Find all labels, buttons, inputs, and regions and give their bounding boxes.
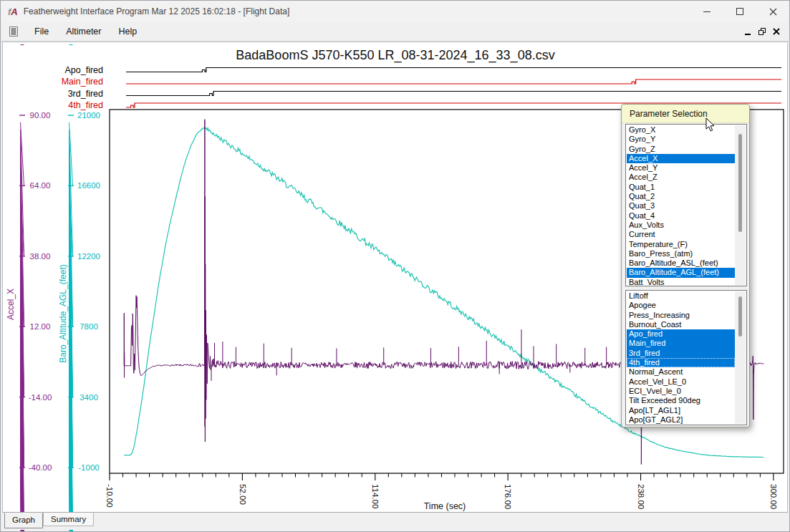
event-item-apo-lt-agl1-[interactable]: Apo[LT_AGL1] [627,406,735,415]
altitude-axis-title: Baro_Altitude_AGL_(feet) [58,264,68,362]
x-axis-tick-label: 238.00 [637,484,645,509]
trace-label-apo_fired: Apo_fired [64,65,103,75]
accel-axis-title: Accel_X [6,289,16,320]
menu-help[interactable]: Help [112,24,143,39]
tab-graph[interactable]: Graph [4,513,43,528]
y-axis-tick-label: -1000 [78,463,99,472]
param-item-baro-press-atm-[interactable]: Baro_Press_(atm) [627,249,735,258]
y-axis-tick-label: 16600 [77,181,100,190]
param-item-quat-2[interactable]: Quat_2 [627,192,735,201]
mdi-minimize-icon [745,34,751,35]
x-axis-tick-label: 114.00 [371,484,380,508]
param-item-aux-volts[interactable]: Aux_Volts [627,221,735,230]
time-axis-title: Time (sec) [424,501,466,511]
event-item-apo-gt-agl2-[interactable]: Apo[GT_AGL2] [627,415,735,425]
param-item-gyro-x[interactable]: Gyro_X [627,125,735,135]
parameter-list-scrollbar[interactable] [735,125,746,285]
x-axis-tick-label: 176.00 [504,484,512,509]
param-item-quat-3[interactable]: Quat_3 [627,201,735,211]
y-axis-tick-label: 90.00 [30,111,51,120]
event-item-apo-fired[interactable]: Apo_fired [627,329,735,339]
maximize-button[interactable] [723,1,756,22]
app-logo-icon: fA [8,6,18,17]
trace-label-4th_fired: 4th_fired [68,100,103,110]
y-axis-tick-label: 7800 [80,322,98,331]
param-item-gyro-z[interactable]: Gyro_Z [627,145,735,154]
window-title: Featherweight Interface Program Mar 12 2… [24,6,290,16]
parameter-selection-popup: Parameter Selection Gyro_XGyro_YGyro_ZAc… [621,104,750,427]
digital-trace-3rd_fired [126,92,781,96]
param-item-gyro-y[interactable]: Gyro_Y [627,135,735,144]
x-axis-tick-label: 300.00 [769,484,778,509]
bottom-tab-strip: Graph Summary [2,512,788,530]
digital-trace-apo_fired [126,68,781,72]
event-listbox: LiftoffApogeePress_IncreasingBurnout_Coa… [625,290,747,425]
y-axis-tick-label: -40.00 [29,463,52,472]
document-grid-icon [8,26,19,37]
mdi-close-button[interactable] [769,25,784,38]
param-item-quat-4[interactable]: Quat_4 [627,211,735,221]
event-item-press-increasing[interactable]: Press_Increasing [627,311,735,320]
param-item-current[interactable]: Current [627,230,735,239]
y-axis-tick-label: 38.00 [30,252,51,261]
param-item-temperature-f-[interactable]: Temperature_(F) [627,240,735,249]
mouse-cursor-icon [705,117,716,132]
title-bar: fA Featherweight Interface Program Mar 1… [1,1,789,22]
event-item-apogee[interactable]: Apogee [627,301,735,310]
menu-altimeter[interactable]: Altimeter [59,24,107,39]
mdi-minimize-button[interactable] [741,25,755,38]
minimize-button[interactable] [690,1,723,22]
popup-header[interactable]: Parameter Selection [622,105,749,123]
close-button[interactable] [756,1,789,22]
param-item-baro-altitude-agl-feet-[interactable]: Baro_Altitude_AGL_(feet) [627,268,735,277]
event-item-eci-vvel-le-0[interactable]: ECI_Vvel_le_0 [627,387,735,396]
param-item-accel-y[interactable]: Accel_Y [627,163,735,173]
x-axis-tick-label: -10.00 [105,484,114,508]
x-axis-tick-label: 52.00 [239,484,247,505]
parameter-listbox: Gyro_XGyro_YGyro_ZAccel_XAccel_YAccel_ZQ… [625,124,747,286]
event-item-tilt-exceeded-90deg[interactable]: Tilt Exceeded 90deg [627,396,735,405]
tab-summary[interactable]: Summary [43,513,94,526]
event-list-scrollbar[interactable] [735,291,746,424]
digital-trace-main_fired [126,79,781,84]
param-item-batt-volts[interactable]: Batt_Volts [627,278,735,286]
event-item-liftoff[interactable]: Liftoff [627,291,735,301]
menu-bar: File Altimeter Help [1,22,789,42]
event-item-4th-fired[interactable]: 4th_fired [627,358,735,367]
minimize-icon [703,11,710,12]
y-axis-tick-label: 12200 [77,252,100,261]
menu-file[interactable]: File [28,24,55,39]
y-axis-tick-label: -14.00 [29,393,52,402]
y-axis-tick-label: 12.00 [30,322,51,331]
param-item-quat-1[interactable]: Quat_1 [627,183,735,192]
mdi-restore-button[interactable] [755,25,769,38]
event-item-main-fired[interactable]: Main_fired [627,339,735,348]
param-item-accel-z[interactable]: Accel_Z [627,173,735,182]
y-axis-tick-label: 64.00 [30,181,51,190]
event-item-accel-vel-le-0[interactable]: Accel_Vel_LE_0 [627,377,735,387]
mdi-close-icon [773,28,780,35]
maximize-icon [736,8,743,15]
param-item-baro-altitude-asl-feet-[interactable]: Baro_Altitude_ASL_(feet) [627,258,735,268]
chart-title: BadaBoomS J570-K550 LR_08-31-2024_16_33_… [236,48,554,63]
trace-label-main_fired: Main_fired [62,77,103,87]
y-axis-tick-label: 21000 [77,111,100,120]
close-icon [769,8,777,16]
trace-label-3rd_fired: 3rd_fired [68,89,103,99]
event-item-burnout-coast[interactable]: Burnout_Coast [627,320,735,329]
param-item-accel-x[interactable]: Accel_X [627,154,735,163]
y-axis-tick-label: 3400 [80,393,98,402]
event-item-normal-ascent[interactable]: Normal_Ascent [627,367,735,377]
popup-title: Parameter Selection [630,109,708,119]
app-window: fA Featherweight Interface Program Mar 1… [0,0,790,532]
scrollbar-thumb[interactable] [738,134,742,232]
mdi-restore-icon [758,28,766,35]
scrollbar-thumb[interactable] [738,296,742,337]
event-item-3rd-fired[interactable]: 3rd_fired [627,349,735,358]
